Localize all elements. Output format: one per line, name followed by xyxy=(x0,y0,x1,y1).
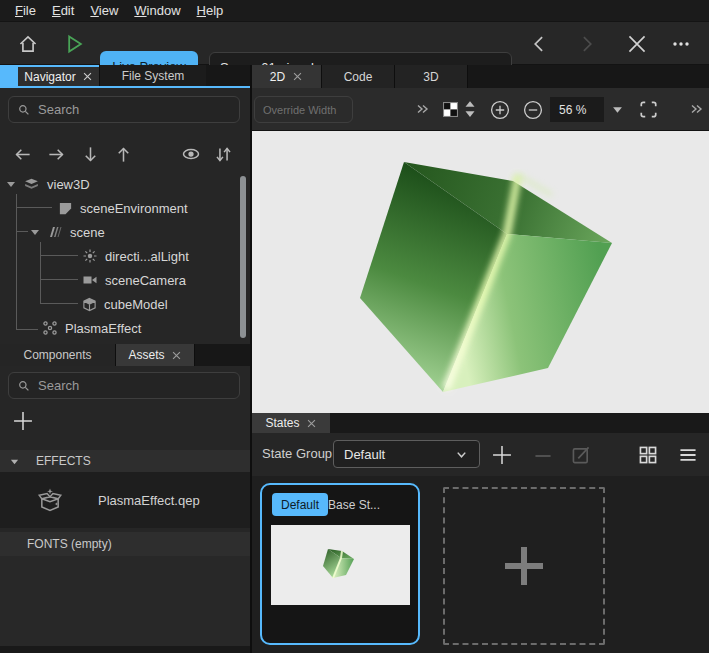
tree-item-directional-light[interactable]: directi...alLight xyxy=(82,244,189,268)
tab-navigator-label: Navigator xyxy=(24,70,75,84)
state-group-value: Default xyxy=(344,447,385,462)
section-caret-icon xyxy=(10,457,19,466)
menu-help[interactable]: Help xyxy=(190,1,231,20)
add-state-tile[interactable] xyxy=(443,487,605,645)
navigator-tab-bar: Navigator File System xyxy=(0,65,250,88)
tab-file-system-label: File System xyxy=(122,69,185,83)
effects-section-label: EFFECTS xyxy=(36,454,91,468)
scene-environment-icon xyxy=(58,201,73,216)
zoom-out-icon[interactable] xyxy=(522,99,544,121)
close-icon[interactable] xyxy=(622,29,652,59)
reverse-order-icon[interactable] xyxy=(214,145,233,164)
tab-navigator[interactable]: Navigator xyxy=(18,65,99,86)
cube-model-render[interactable] xyxy=(252,131,709,413)
tree-item-label: scene xyxy=(70,225,105,240)
library-tab-bar: Components Assets xyxy=(0,344,250,366)
nav-back-icon[interactable] xyxy=(524,29,554,59)
design-canvas[interactable] xyxy=(252,131,709,413)
home-icon[interactable] xyxy=(13,29,43,59)
workspace-tab-bar: 2D Code 3D xyxy=(252,65,709,88)
tree-item-cube-model[interactable]: cubeModel xyxy=(82,292,168,316)
edit-annotations-icon[interactable] xyxy=(570,444,592,466)
tab-close-icon[interactable] xyxy=(171,350,182,361)
canvas-toolbar: 56 % xyxy=(252,88,709,131)
tree-scrollbar[interactable] xyxy=(240,176,246,338)
overflow-chevron-icon[interactable] xyxy=(689,101,705,117)
tab-code-label: Code xyxy=(344,70,373,84)
states-tab-bar: States xyxy=(252,413,709,433)
run-play-icon[interactable] xyxy=(59,29,89,59)
tree-item-scene-environment[interactable]: sceneEnvironment xyxy=(58,196,188,220)
fonts-section-header[interactable]: FONTS (empty) xyxy=(0,532,250,556)
main-toolbar: Live Preview Screen01.ui.qml xyxy=(0,22,709,65)
state-badge[interactable]: Default xyxy=(272,493,328,516)
menu-view[interactable]: View xyxy=(83,1,125,20)
nav-forward-icon[interactable] xyxy=(572,29,602,59)
menu-edit[interactable]: Edit xyxy=(45,1,81,20)
left-panel: Navigator File System xyxy=(0,65,252,653)
assets-search[interactable] xyxy=(8,372,240,399)
tab-components-label: Components xyxy=(23,348,91,362)
visibility-icon[interactable] xyxy=(181,144,201,164)
assets-search-input[interactable] xyxy=(38,378,208,393)
more-icon[interactable] xyxy=(666,29,696,59)
directional-light-icon xyxy=(82,248,98,264)
menu-file[interactable]: File xyxy=(8,1,43,20)
menubar: File Edit View Window Help xyxy=(0,0,709,22)
zoom-dropdown-icon[interactable] xyxy=(612,104,623,115)
zoom-level-field[interactable]: 56 % xyxy=(550,97,604,122)
tab-states-label: States xyxy=(265,416,299,430)
add-state-icon[interactable] xyxy=(491,444,513,466)
tab-close-icon[interactable] xyxy=(82,71,93,82)
tab-code[interactable]: Code xyxy=(322,65,395,88)
move-down-icon[interactable] xyxy=(81,145,100,164)
override-width-input[interactable] xyxy=(254,96,353,123)
tree-item-label: sceneEnvironment xyxy=(80,201,188,216)
expand-caret-icon[interactable] xyxy=(30,227,40,237)
overflow-chevron-icon[interactable] xyxy=(415,101,431,117)
remove-state-icon[interactable] xyxy=(532,445,554,467)
background-select-arrows-icon[interactable] xyxy=(463,100,477,118)
asset-item-plasma-effect[interactable]: PlasmaEffect.qep xyxy=(0,472,250,528)
tree-item-label: sceneCamera xyxy=(105,273,186,288)
state-title: Base St... xyxy=(328,498,380,512)
zoom-in-icon[interactable] xyxy=(489,99,511,121)
chevron-down-icon xyxy=(454,447,469,462)
tab-file-system[interactable]: File System xyxy=(99,65,206,86)
fit-screen-icon[interactable] xyxy=(638,99,659,120)
list-view-icon[interactable] xyxy=(677,444,699,466)
move-up-icon[interactable] xyxy=(114,145,133,164)
state-card-default[interactable]: Default Base St... xyxy=(260,483,420,645)
tree-item-scene[interactable]: scene xyxy=(30,220,105,244)
move-right-icon[interactable] xyxy=(47,145,66,164)
navigator-search-input[interactable] xyxy=(38,102,208,117)
left-panel-footer xyxy=(0,646,250,653)
expand-caret-icon[interactable] xyxy=(6,179,16,189)
add-asset-button[interactable] xyxy=(12,410,34,432)
navigator-tab-accent xyxy=(0,65,18,86)
tab-3d[interactable]: 3D xyxy=(395,65,468,88)
tree-item-plasma-effect[interactable]: PlasmaEffect xyxy=(42,316,141,340)
effect-box-icon xyxy=(36,486,64,514)
tab-assets[interactable]: Assets xyxy=(115,344,195,366)
tab-close-icon[interactable] xyxy=(306,418,317,429)
camera-icon xyxy=(82,272,98,288)
state-thumbnail[interactable] xyxy=(271,525,410,605)
move-left-icon[interactable] xyxy=(13,145,32,164)
tab-close-icon[interactable] xyxy=(292,71,303,82)
state-group-select[interactable]: Default xyxy=(333,440,480,468)
tab-states[interactable]: States xyxy=(252,413,330,433)
tab-3d-label: 3D xyxy=(423,70,438,84)
grid-view-icon[interactable] xyxy=(637,444,659,466)
tab-2d[interactable]: 2D xyxy=(252,65,322,88)
tree-item-view3d[interactable]: view3D xyxy=(6,172,90,196)
tab-components[interactable]: Components xyxy=(0,344,115,366)
search-icon xyxy=(17,379,31,393)
effects-section-header[interactable]: EFFECTS xyxy=(0,450,250,472)
background-checker-icon[interactable] xyxy=(443,102,458,117)
zoom-level-value: 56 % xyxy=(559,103,586,117)
fonts-section-label: FONTS (empty) xyxy=(27,537,112,551)
tree-item-scene-camera[interactable]: sceneCamera xyxy=(82,268,186,292)
menu-window[interactable]: Window xyxy=(127,1,187,20)
navigator-search[interactable] xyxy=(8,96,240,123)
